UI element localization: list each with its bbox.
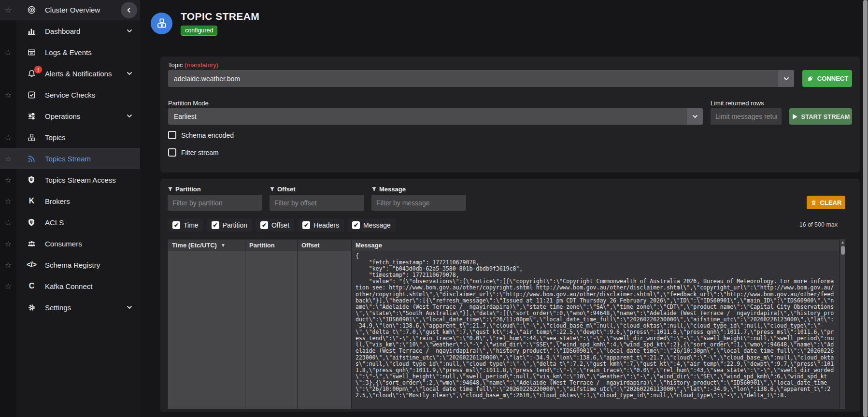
results-panel: Partition Offset Message — [160, 179, 860, 412]
sidebar-item-label: Kafka Connect — [45, 282, 92, 290]
favorite-star-icon[interactable]: ☆ — [0, 282, 16, 291]
main-content: TOPIC STREAM configured Topic (mandatory… — [140, 0, 868, 417]
sidebar-item-consumers[interactable]: ☆ Consumers — [0, 233, 140, 254]
favorite-star-icon[interactable]: ☆ — [0, 154, 16, 163]
sidebar-item-service-checks[interactable]: ☆ Service Checks — [0, 84, 140, 105]
sidebar-item-topics-stream-access[interactable]: ☆ Topics Stream Access — [0, 169, 140, 190]
chevron-down-icon[interactable] — [126, 70, 133, 77]
sidebar-item-topics-stream[interactable]: ☆ Topics Stream — [0, 148, 140, 169]
toggle-column-headers[interactable]: ✔ Headers — [298, 219, 344, 231]
schema-encoded-checkbox[interactable] — [168, 131, 176, 139]
favorite-star-icon[interactable]: ☆ — [0, 197, 16, 206]
sidebar-item-label: Consumers — [45, 240, 82, 248]
sidebar-item-label: Operations — [45, 112, 80, 120]
toggle-column-offset[interactable]: ✔ Offset — [256, 219, 294, 231]
sidebar-item-topics[interactable]: ☆ Topics — [0, 127, 140, 148]
column-header-time[interactable]: Time (Etc/UTC) ▼ — [168, 240, 245, 251]
sidebar-item-brokers[interactable]: ☆ K Brokers — [0, 190, 140, 212]
checked-checkbox[interactable]: ✔ — [260, 221, 268, 229]
users-icon — [25, 239, 38, 248]
toggle-column-message[interactable]: ✔ Message — [347, 219, 396, 231]
play-icon — [792, 114, 798, 120]
shield-icon — [25, 218, 38, 227]
partition-filter-input[interactable] — [168, 195, 262, 211]
favorite-star-icon[interactable]: ☆ — [0, 218, 16, 227]
sidebar-item-logs-events[interactable]: ☆ Logs & Events — [0, 42, 140, 63]
column-header-message[interactable]: Message — [352, 240, 839, 251]
partition-mode-dropdown-button[interactable] — [687, 108, 703, 125]
checked-checkbox[interactable]: ✔ — [172, 221, 180, 229]
topic-stream-avatar — [151, 13, 172, 34]
favorite-star-icon[interactable]: ☆ — [0, 239, 16, 248]
chevron-left-icon — [125, 6, 133, 14]
limit-rows-input[interactable] — [711, 108, 782, 125]
cell-time — [168, 251, 245, 409]
sidebar-item-label: Topics — [45, 133, 66, 142]
sidebar-item-label: ACLS — [45, 218, 64, 227]
filter-stream-toggle[interactable]: Filter stream — [168, 148, 852, 157]
scroll-up-icon[interactable]: ▲ — [841, 240, 845, 244]
sidebar-item-label: Topics Stream — [45, 155, 91, 163]
chevron-down-icon — [783, 75, 790, 83]
clear-button[interactable]: CLEAR — [807, 196, 845, 209]
checked-checkbox[interactable]: ✔ — [212, 221, 219, 229]
page-title: TOPIC STREAM — [181, 11, 259, 22]
topic-dropdown-button[interactable] — [778, 70, 794, 87]
sidebar-item-label: Schema Registry — [45, 261, 100, 269]
column-header-offset[interactable]: Offset — [298, 240, 352, 251]
code-icon: </> — [25, 260, 38, 269]
mandatory-label: (mandatory) — [185, 61, 218, 69]
check-square-icon — [25, 90, 38, 100]
partition-mode-select[interactable]: Earliest — [168, 108, 703, 125]
connect-button[interactable]: CONNECT — [802, 70, 852, 87]
toggle-column-partition[interactable]: ✔ Partition — [207, 219, 252, 231]
sidebar-item-operations[interactable]: Operations — [0, 105, 140, 127]
message-filter-input[interactable] — [371, 195, 466, 211]
sidebar-item-schema-registry[interactable]: ☆ </> Schema Registry — [0, 254, 140, 275]
favorite-star-icon[interactable]: ☆ — [0, 48, 16, 57]
column-header-partition[interactable]: Partition — [245, 240, 298, 251]
favorite-star-icon[interactable]: ☆ — [0, 5, 16, 14]
start-stream-button[interactable]: START STREAM — [789, 108, 852, 125]
bell-icon: ! — [25, 69, 38, 78]
offset-filter-label: Offset — [270, 186, 364, 193]
partition-filter-label: Partition — [168, 186, 262, 193]
chevron-down-icon[interactable] — [126, 112, 133, 120]
sidebar-item-alerts-notifications[interactable]: ! Alerts & Notifications — [0, 63, 140, 84]
checked-checkbox[interactable]: ✔ — [352, 221, 360, 229]
sliders-icon — [25, 112, 38, 121]
sort-desc-icon[interactable]: ▼ — [221, 243, 226, 248]
offset-filter-input[interactable] — [270, 195, 364, 211]
favorite-star-icon[interactable]: ☆ — [0, 133, 16, 142]
chevron-down-icon[interactable] — [126, 27, 133, 35]
logs-icon — [25, 48, 38, 57]
trash-icon — [811, 200, 817, 206]
favorite-star-icon[interactable]: ☆ — [0, 175, 16, 185]
shield-icon — [25, 175, 38, 184]
page-scrollbar-thumb[interactable] — [863, 0, 868, 417]
sidebar-item-acls[interactable]: ☆ ACLS — [0, 212, 140, 233]
chevron-down-icon[interactable] — [126, 303, 133, 311]
checked-checkbox[interactable]: ✔ — [302, 221, 310, 229]
favorite-star-icon[interactable]: ☆ — [0, 260, 16, 270]
topic-input[interactable] — [168, 70, 778, 87]
sidebar-collapse-button[interactable] — [121, 2, 137, 18]
result-count: 16 of 500 max — [799, 221, 838, 228]
table-scrollbar[interactable]: ▲ — [840, 239, 845, 409]
sidebar-item-kafka-connect[interactable]: ☆ C Kafka Connect — [0, 275, 140, 297]
messages-table: Time (Etc/UTC) ▼ Partition Offset Messag… — [168, 239, 840, 409]
favorite-star-icon[interactable]: ☆ — [0, 90, 16, 100]
cell-offset — [298, 251, 352, 409]
schema-encoded-toggle[interactable]: Schema encoded — [168, 131, 852, 139]
funnel-icon — [270, 187, 275, 192]
toggle-column-time[interactable]: ✔ Time — [168, 219, 203, 231]
filter-stream-checkbox[interactable] — [168, 148, 176, 157]
page-header: TOPIC STREAM configured — [151, 11, 868, 36]
sidebar-item-cluster-overview[interactable]: ☆ Cluster Overview — [0, 0, 140, 20]
page-scrollbar[interactable] — [863, 0, 868, 417]
table-scrollbar-thumb[interactable] — [841, 246, 845, 255]
sidebar-item-settings[interactable]: Settings — [0, 297, 140, 318]
topic-label: Topic (mandatory) — [168, 61, 852, 69]
sidebar-item-dashboard[interactable]: Dashboard — [0, 20, 140, 42]
sidebar-item-label: Alerts & Notifications — [45, 70, 112, 78]
